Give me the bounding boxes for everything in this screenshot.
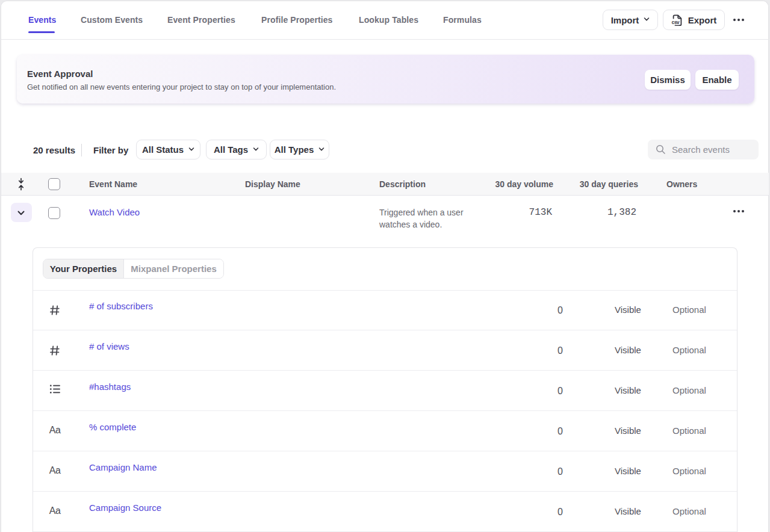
svg-text:csv: csv	[671, 20, 679, 25]
